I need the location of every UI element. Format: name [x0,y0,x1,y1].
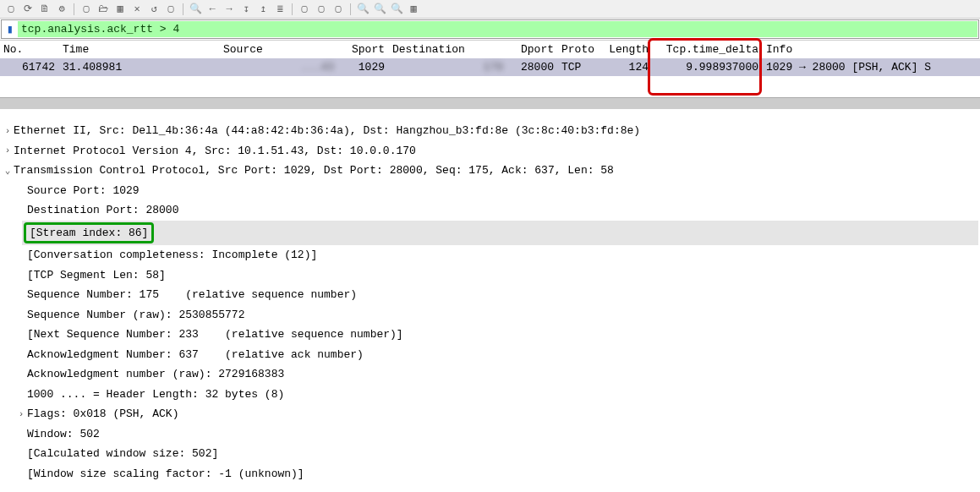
col-length-header[interactable]: Length [600,41,653,58]
ip-text: Internet Protocol Version 4, Src: 10.1.5… [14,143,416,160]
highlight-green-box: [Stream index: 86] [24,222,154,244]
packet-list: No. Time Source Sport Destination Dport … [0,40,980,76]
toolbar-icon[interactable]: 🗎 [37,2,52,17]
col-proto-header[interactable]: Proto [558,41,600,58]
toolbar-icon[interactable]: ▢ [163,2,178,17]
expand-icon[interactable]: › [2,144,14,158]
seq-num-line[interactable]: Sequence Number: 175 (relative sequence … [2,285,978,305]
bookmark-icon[interactable]: ▮ [3,23,16,36]
calc-window-line[interactable]: [Calculated window size: 502] [2,444,978,464]
conv-completeness-line[interactable]: [Conversation completeness: Incomplete (… [2,245,978,265]
toolbar-icon[interactable]: ▢ [79,2,94,17]
packet-list-header: No. Time Source Sport Destination Dport … [0,41,980,58]
toolbar-icon[interactable]: ≣ [272,2,287,17]
packet-timedelta: 9.998937000 [653,58,763,76]
back-icon[interactable]: ← [205,2,220,17]
display-filter-bar: ▮ [1,19,979,39]
display-filter-input[interactable] [18,21,977,37]
packet-row[interactable]: 61742 31.408981 ...43 1029 170 28000 TCP… [0,58,980,76]
folder-icon[interactable]: 🗁 [96,2,111,17]
packet-details: › Ethernet II, Src: Dell_4b:36:4a (44:a8… [0,118,980,487]
packet-time: 31.408981 [59,58,220,76]
main-toolbar: ▢ ⟳ 🗎 ⚙ ▢ 🗁 ▦ ✕ ↺ ▢ 🔍 ← → ↧ ↥ ≣ ▢ ▢ ▢ 🔍 … [0,0,980,19]
zoom-reset-icon[interactable]: 🔍 [372,2,387,17]
segment-len-line[interactable]: [TCP Segment Len: 58] [2,265,978,286]
packet-proto: TCP [558,58,600,76]
search-icon[interactable]: 🔍 [188,2,203,17]
next-seq-line[interactable]: [Next Sequence Number: 233 (relative seq… [2,325,978,345]
toolbar-icon[interactable]: ▢ [314,2,329,17]
flags-text: Flags: 0x018 (PSH, ACK) [27,406,178,423]
jump-first-icon[interactable]: ↥ [255,2,271,17]
col-timedelta-header[interactable]: Tcp.time_delta [653,41,763,58]
ethernet-line[interactable]: › Ethernet II, Src: Dell_4b:36:4a (44:a8… [2,121,978,141]
col-time-header[interactable]: Time [59,41,220,58]
packet-destination: 170 [389,58,507,76]
gear-icon[interactable]: ⚙ [54,2,69,17]
col-sport-header[interactable]: Sport [338,41,389,58]
packet-length: 124 [600,58,653,76]
col-info-header[interactable]: Info [763,41,980,58]
columns-icon[interactable]: ▦ [406,2,421,17]
ack-num-line[interactable]: Acknowledgment Number: 637 (relative ack… [2,345,978,365]
zoom-out-icon[interactable]: 🔍 [389,2,404,17]
separator [292,3,293,15]
packet-source: ...43 [220,58,338,76]
reload-icon[interactable]: ↺ [146,2,162,17]
col-destination-header[interactable]: Destination [389,41,507,58]
stream-index-line[interactable]: [Stream index: 86] [22,221,978,246]
flags-line[interactable]: › Flags: 0x018 (PSH, ACK) [2,404,978,424]
expand-icon[interactable]: › [15,407,27,422]
packet-no: 61742 [0,58,59,76]
ip-line[interactable]: › Internet Protocol Version 4, Src: 10.1… [2,141,978,161]
dst-port-line[interactable]: Destination Port: 28000 [2,200,978,221]
close-icon[interactable]: ✕ [129,2,145,17]
toolbar-icon[interactable]: ▢ [297,2,312,17]
ethernet-text: Ethernet II, Src: Dell_4b:36:4a (44:a8:4… [14,123,640,139]
jump-last-icon[interactable]: ↧ [238,2,254,17]
expand-icon[interactable]: › [2,124,14,139]
packet-dport: 28000 [507,58,558,76]
separator [183,3,183,15]
window-line[interactable]: Window: 502 [2,424,978,445]
tcp-text: Transmission Control Protocol, Src Port:… [14,162,614,179]
win-scale-line[interactable]: [Window size scaling factor: -1 (unknown… [2,464,978,484]
seq-raw-line[interactable]: Sequence Number (raw): 2530855772 [2,305,978,325]
toolbar-icon[interactable]: ▢ [331,2,346,17]
col-source-header[interactable]: Source [220,41,338,58]
separator [74,3,74,15]
packet-sport: 1029 [338,58,389,76]
toolbar-icon[interactable]: ▢ [3,2,19,17]
toolbar-icon[interactable]: ▦ [112,2,128,17]
ack-raw-line[interactable]: Acknowledgment number (raw): 2729168383 [2,364,978,385]
h-scrollbar[interactable] [0,97,980,109]
src-port-line[interactable]: Source Port: 1029 [2,181,978,201]
tcp-line[interactable]: ⌄ Transmission Control Protocol, Src Por… [2,161,978,181]
packet-info: 1029 → 28000 [PSH, ACK] S [763,58,980,76]
zoom-in-icon[interactable]: 🔍 [355,2,370,17]
separator [350,3,351,15]
col-no-header[interactable]: No. [0,41,59,58]
col-dport-header[interactable]: Dport [507,41,558,58]
header-len-line[interactable]: 1000 .... = Header Length: 32 bytes (8) [2,385,978,405]
collapse-icon[interactable]: ⌄ [2,164,14,178]
toolbar-icon[interactable]: ⟳ [20,2,36,17]
forward-icon[interactable]: → [222,2,237,17]
